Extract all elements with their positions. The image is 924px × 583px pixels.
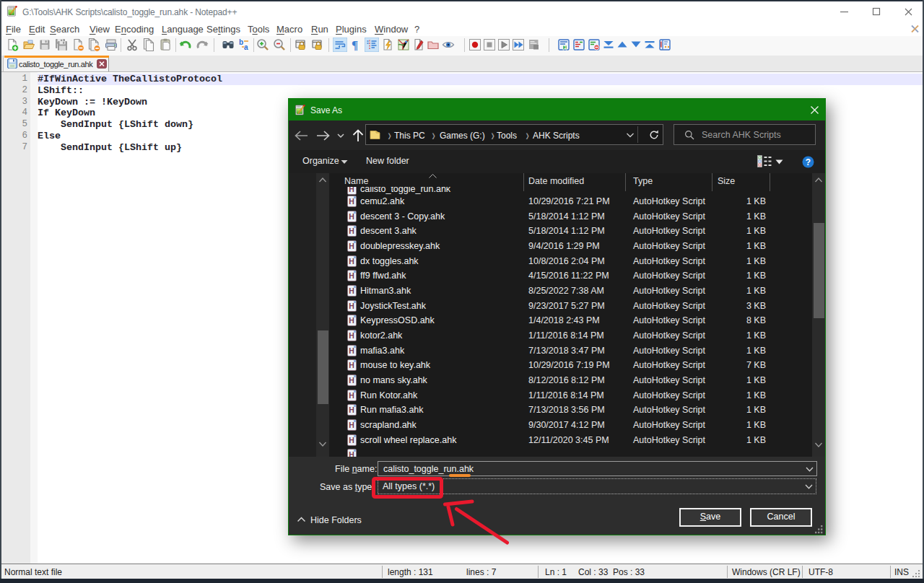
svg-text:a: a [244, 43, 248, 51]
svg-text:?: ? [806, 157, 811, 167]
svg-text:b: b [239, 38, 243, 46]
svg-text:¶: ¶ [352, 38, 358, 52]
svg-text:1: 1 [564, 45, 567, 50]
